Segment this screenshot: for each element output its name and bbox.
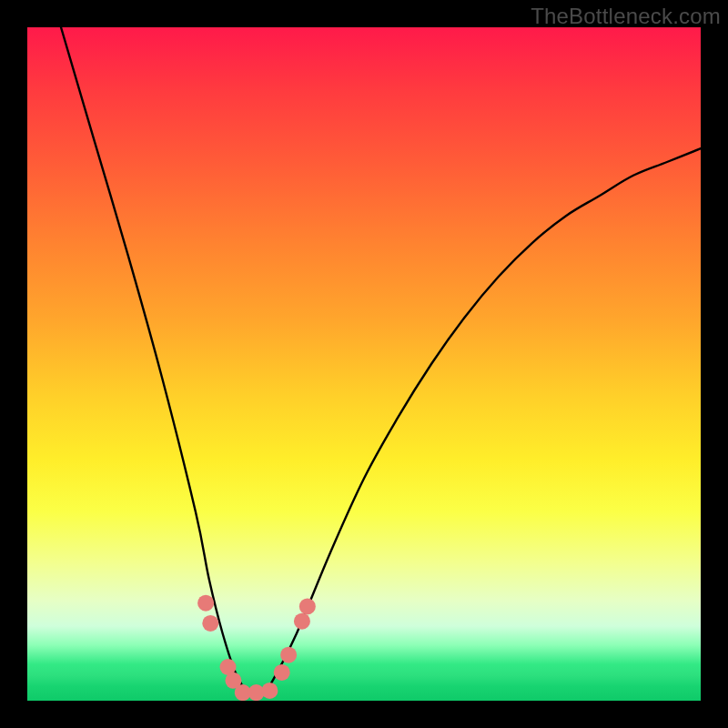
curve-marker (299, 598, 316, 614)
curve-markers (197, 595, 316, 701)
bottleneck-curve-path (61, 27, 701, 697)
curve-marker (280, 647, 297, 663)
curve-marker (274, 664, 290, 681)
watermark-text: TheBottleneck.com (531, 4, 721, 29)
curve-marker (261, 682, 278, 699)
chart-frame: TheBottleneck.com (0, 0, 728, 728)
curve-marker (202, 615, 218, 632)
curve-marker (197, 595, 214, 612)
bottleneck-curve (61, 27, 701, 697)
curve-marker (294, 613, 310, 630)
plot-area (27, 27, 701, 701)
curve-layer (27, 27, 701, 701)
